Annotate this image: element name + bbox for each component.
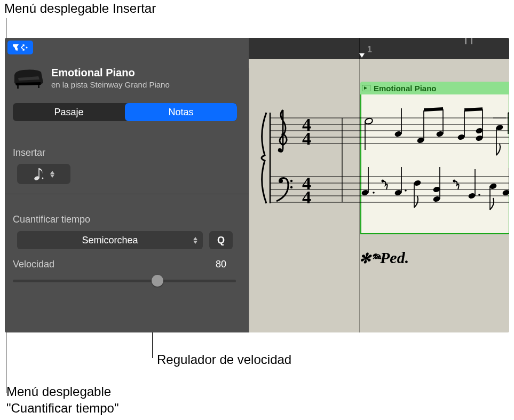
callout-velocity-slider: Regulador de velocidad <box>157 352 291 367</box>
stepper-arrows-icon <box>50 171 54 178</box>
svg-rect-41 <box>464 107 483 112</box>
region-name: Emotional Piano <box>51 67 170 79</box>
velocity-label: Velocidad <box>13 259 54 270</box>
quantize-value: Semicorchea <box>82 235 138 246</box>
svg-point-20 <box>290 180 292 182</box>
svg-point-0 <box>26 46 27 48</box>
svg-point-18 <box>279 148 282 152</box>
tab-pasaje[interactable]: Pasaje <box>13 103 125 121</box>
music-notation[interactable]: 4 4 4 4 <box>249 97 509 262</box>
svg-text:4: 4 <box>302 129 311 148</box>
callout-quantize-menu: Menú desplegable "Cuantificar tiempo" <box>6 383 118 416</box>
divider <box>5 194 249 194</box>
segmented-control: Pasaje Notas <box>13 103 237 121</box>
tab-notas[interactable]: Notas <box>125 103 237 121</box>
pedal-marking: ✻𝆮Ped. <box>359 249 409 267</box>
insert-note-menu[interactable] <box>17 164 70 184</box>
editor-window: Emotional Piano en la pista Steinway Gra… <box>5 38 509 332</box>
svg-rect-2 <box>38 85 39 88</box>
svg-rect-1 <box>17 85 19 89</box>
svg-point-48 <box>373 192 375 194</box>
svg-point-61 <box>478 194 480 196</box>
cycle-marker-icon[interactable] <box>471 38 472 44</box>
callout-text-line: Menú desplegable <box>6 384 111 399</box>
svg-point-52 <box>405 189 407 192</box>
velocity-value: 80 <box>216 259 226 270</box>
velocity-slider[interactable] <box>13 280 236 282</box>
inspector-panel: Emotional Piano en la pista Steinway Gra… <box>5 38 249 332</box>
bar-number: 1 <box>367 45 372 54</box>
insert-label: Insertar <box>13 147 45 159</box>
slider-thumb[interactable] <box>152 275 163 287</box>
quantize-label: Cuantificar tiempo <box>13 214 90 225</box>
region-header-info: Emotional Piano en la pista Steinway Gra… <box>13 67 170 89</box>
quantize-menu[interactable]: Semicorchea <box>17 231 203 249</box>
region-expand-icon <box>362 84 370 92</box>
region-header-bar[interactable]: Emotional Piano <box>360 82 509 94</box>
svg-point-5 <box>42 178 44 179</box>
svg-point-64 <box>502 189 509 196</box>
region-title: Emotional Piano <box>374 84 437 93</box>
quantize-button[interactable]: Q <box>209 231 233 249</box>
track-subtitle: en la pista Steinway Grand Piano <box>51 80 170 89</box>
playhead-marker-icon[interactable] <box>359 53 365 58</box>
callout-insert-menu: Menú desplegable Insertar <box>4 1 156 16</box>
cycle-marker-icon[interactable] <box>465 38 466 44</box>
svg-point-21 <box>290 186 292 188</box>
stepper-arrows-icon <box>193 237 197 244</box>
svg-point-27 <box>365 117 373 125</box>
svg-text:4: 4 <box>302 187 311 207</box>
eighth-note-icon <box>33 167 45 181</box>
svg-point-19 <box>279 179 283 183</box>
svg-point-58 <box>453 180 456 183</box>
callout-text-line: "Cuantificar tiempo" <box>6 401 118 415</box>
svg-point-49 <box>382 180 384 183</box>
timeline-ruler[interactable]: 1 <box>249 38 509 59</box>
filter-icon <box>12 43 28 52</box>
score-area: 1 Emotional Piano <box>249 38 509 332</box>
svg-rect-35 <box>424 107 443 112</box>
svg-rect-4 <box>38 168 39 178</box>
filter-button[interactable] <box>7 41 33 54</box>
instrument-icon <box>13 67 46 89</box>
